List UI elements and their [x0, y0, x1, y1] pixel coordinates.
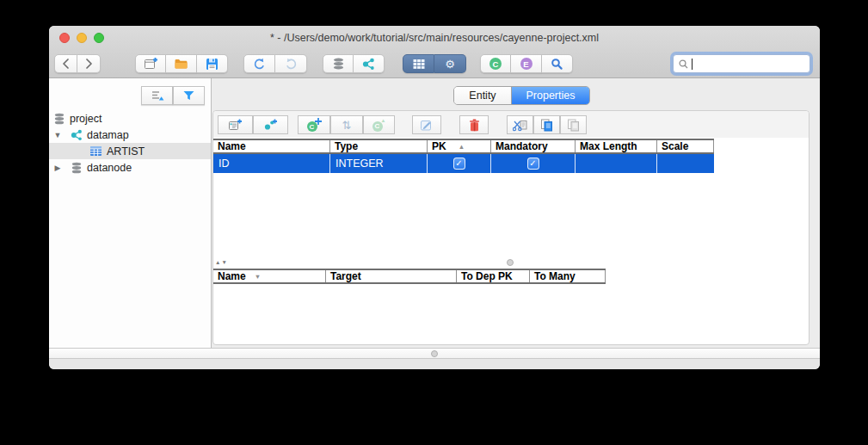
- forward-button[interactable]: [77, 54, 101, 73]
- close-button[interactable]: [59, 33, 70, 43]
- tree-item-artist[interactable]: ARTIST: [49, 143, 211, 159]
- minimize-button[interactable]: [77, 33, 87, 43]
- tree-item-label: ARTIST: [107, 145, 145, 158]
- save-icon: [206, 58, 219, 71]
- attribute-row-id[interactable]: ID INTEGER ✓ ✓: [213, 154, 714, 173]
- tab-entity[interactable]: Entity: [454, 87, 511, 104]
- view-button-group: ⚙: [403, 54, 466, 73]
- new-project-button[interactable]: [135, 54, 166, 73]
- column-header-type[interactable]: Type: [330, 140, 428, 152]
- upgrade-button[interactable]: C ▲: [363, 115, 395, 134]
- text-caret: [692, 59, 693, 70]
- mandatory-checkbox[interactable]: ✓: [527, 158, 539, 170]
- entity-button-group: C E: [480, 54, 573, 73]
- sidebar: project ▼ datamap: [49, 78, 212, 348]
- clipboard-button-group: [507, 115, 587, 134]
- search-dialog-button[interactable]: [542, 54, 573, 73]
- column-header-max-length[interactable]: Max Length: [576, 140, 657, 152]
- edit-button-group: [412, 115, 441, 134]
- save-button[interactable]: [197, 54, 228, 73]
- copy-icon: [540, 119, 553, 132]
- tree-item-label: project: [70, 113, 102, 125]
- table-icon: [89, 145, 102, 157]
- splitter-collapse-arrows[interactable]: ▲▼: [215, 259, 228, 265]
- objentity-button-group: C ⇅ C ▲: [298, 115, 395, 134]
- search-input[interactable]: [673, 54, 810, 73]
- filter-button[interactable]: [173, 86, 205, 105]
- create-relationship-button[interactable]: [253, 115, 288, 134]
- tree-item-datanode[interactable]: ▶ datanode: [49, 159, 211, 176]
- back-icon: [62, 59, 70, 69]
- cell-mandatory[interactable]: ✓: [491, 154, 576, 173]
- create-objentity-button[interactable]: C: [298, 115, 330, 134]
- column-header-rel-name[interactable]: Name▼: [213, 270, 326, 282]
- cell-type[interactable]: INTEGER: [330, 154, 428, 173]
- expander-closed-icon[interactable]: ▶: [52, 164, 63, 172]
- horizontal-splitter-handle[interactable]: [431, 350, 438, 357]
- horizontal-splitter[interactable]: [49, 348, 820, 359]
- tab-bar: Entity Properties: [453, 86, 590, 105]
- database-icon: [71, 162, 83, 174]
- collapse-tree-icon: [151, 90, 164, 102]
- column-header-to-dep-pk[interactable]: To Dep PK: [457, 270, 530, 282]
- cell-max-length[interactable]: [576, 154, 657, 173]
- sidebar-toolbar: [141, 86, 205, 105]
- cell-pk[interactable]: ✓: [428, 154, 491, 173]
- objentity-sync-icon: C ▲: [372, 119, 386, 132]
- table-grid-icon: [413, 59, 425, 70]
- nav-button-group: [54, 54, 101, 73]
- undo-button-group: [243, 54, 307, 73]
- tree-item-project[interactable]: project: [49, 110, 211, 127]
- back-button[interactable]: [54, 54, 77, 73]
- create-attribute-icon: [228, 118, 243, 132]
- expander-open-icon[interactable]: ▼: [52, 131, 63, 139]
- column-header-pk[interactable]: PK▲: [428, 140, 491, 152]
- pk-checkbox[interactable]: ✓: [453, 158, 465, 170]
- edit-icon: [420, 118, 434, 132]
- copy-button[interactable]: [533, 115, 560, 134]
- configuration-button[interactable]: ⚙: [434, 54, 466, 73]
- create-attribute-button[interactable]: [218, 115, 253, 134]
- create-relationship-icon: [263, 118, 278, 132]
- datamap-icon: [362, 58, 375, 71]
- screen: * - /Users/demo/work/tutorial/src/main/r…: [0, 0, 868, 445]
- remove-button-group: [459, 115, 489, 134]
- new-datanode-button[interactable]: [323, 54, 354, 73]
- remove-button[interactable]: [459, 115, 489, 134]
- cut-icon: [513, 119, 527, 132]
- move-button[interactable]: ⇅: [330, 115, 363, 134]
- tab-properties[interactable]: Properties: [511, 87, 589, 104]
- tree-item-datamap[interactable]: ▼ datamap: [49, 127, 211, 143]
- open-project-button[interactable]: [166, 54, 197, 73]
- datamap-display-button[interactable]: [403, 54, 434, 73]
- window-title: * - /Users/demo/work/tutorial/src/main/r…: [49, 26, 820, 50]
- new-objentity-button[interactable]: C: [480, 54, 511, 73]
- data-button-group: [323, 54, 385, 73]
- embeddable-icon: E: [520, 58, 532, 70]
- column-header-mandatory[interactable]: Mandatory: [491, 140, 576, 152]
- table-splitter[interactable]: ▲▼: [213, 258, 809, 269]
- new-project-icon: [144, 57, 158, 71]
- new-embeddable-button[interactable]: E: [511, 54, 542, 73]
- column-header-to-many[interactable]: To Many: [530, 270, 606, 282]
- column-header-name[interactable]: Name: [213, 140, 330, 152]
- column-header-target[interactable]: Target: [326, 270, 457, 282]
- titlebar[interactable]: * - /Users/demo/work/tutorial/src/main/r…: [49, 26, 820, 50]
- move-up-down-icon: ⇅: [342, 120, 352, 131]
- cell-name[interactable]: ID: [213, 154, 330, 173]
- redo-button[interactable]: [275, 54, 307, 73]
- edit-button[interactable]: [412, 115, 441, 134]
- cut-button[interactable]: [507, 115, 533, 134]
- cell-scale[interactable]: [657, 154, 714, 173]
- table-splitter-handle[interactable]: [507, 259, 514, 266]
- undo-button[interactable]: [243, 54, 275, 73]
- main-area: Entity Properties: [212, 78, 820, 348]
- column-header-scale[interactable]: Scale: [657, 140, 714, 152]
- paste-icon: [567, 119, 580, 132]
- paste-button[interactable]: [560, 115, 587, 134]
- zoom-button[interactable]: [94, 33, 104, 43]
- new-datamap-button[interactable]: [354, 54, 385, 73]
- file-button-group: [135, 54, 228, 73]
- collapse-tree-button[interactable]: [141, 86, 173, 105]
- database-icon: [332, 58, 345, 70]
